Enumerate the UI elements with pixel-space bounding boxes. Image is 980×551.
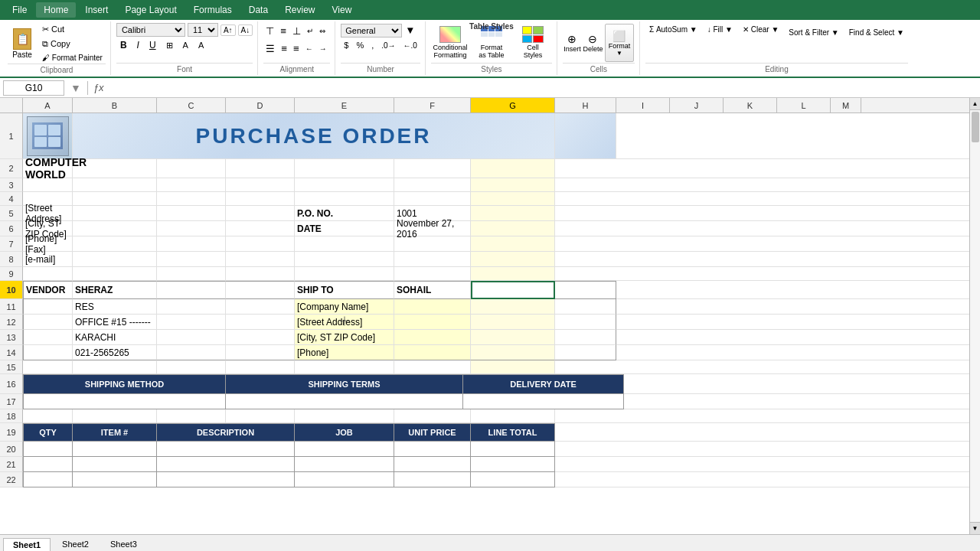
cell-g14[interactable] <box>471 345 555 360</box>
cell-d10[interactable] <box>226 281 295 299</box>
cell-b20[interactable] <box>73 442 157 457</box>
cell-e21[interactable] <box>295 457 394 472</box>
cell-e7[interactable] <box>295 236 394 252</box>
row-num-1[interactable]: 1 <box>0 113 23 159</box>
autosum-button[interactable]: Σ AutoSum ▼ <box>645 23 701 41</box>
col-header-c[interactable]: C <box>157 98 226 112</box>
cell-b10[interactable]: SHERAZ <box>73 281 157 299</box>
cell-g5[interactable] <box>471 206 555 221</box>
tab-review[interactable]: Review <box>277 2 322 18</box>
cell-h13[interactable] <box>555 330 616 345</box>
cell-d15[interactable] <box>226 360 295 374</box>
cell-c2[interactable] <box>157 159 226 178</box>
cell-a1[interactable] <box>23 113 73 159</box>
vertical-scrollbar[interactable]: ▲ ▼ <box>969 98 980 534</box>
merge-center-button[interactable]: ⇔ <box>317 24 328 37</box>
bold-button[interactable]: B <box>116 38 131 52</box>
tab-insert[interactable]: Insert <box>77 2 116 18</box>
cell-e10[interactable]: SHIP TO <box>295 281 394 299</box>
cell-line-total-header[interactable]: LINE TOTAL <box>471 423 555 442</box>
cell-c18[interactable] <box>157 409 226 423</box>
cell-e4[interactable] <box>295 192 394 206</box>
cell-h11[interactable] <box>555 299 616 315</box>
cell-a10[interactable]: VENDOR <box>23 281 73 299</box>
cell-shipping-terms-header[interactable]: SHIPPING TERMS <box>226 374 463 394</box>
row-num-20[interactable]: 20 <box>0 442 23 457</box>
cell-f9[interactable] <box>394 267 471 281</box>
cell-c10[interactable] <box>157 281 226 299</box>
cell-d3[interactable] <box>226 178 295 192</box>
cell-g6[interactable] <box>471 221 555 236</box>
paste-button[interactable]: 📋 Paste <box>8 24 37 64</box>
format-button[interactable]: ⬜ Format ▼ <box>605 24 634 62</box>
row-num-16[interactable]: 16 <box>0 374 23 394</box>
cell-h10[interactable] <box>555 281 616 299</box>
indent-increase-button[interactable]: → <box>317 42 329 55</box>
cell-f22[interactable] <box>394 472 471 487</box>
row-num-12[interactable]: 12 <box>0 315 23 330</box>
cell-e8[interactable] <box>295 252 394 267</box>
cell-e18[interactable] <box>295 409 394 423</box>
cell-g12[interactable] <box>471 315 555 330</box>
cell-b1-merged-title[interactable]: PURCHASE ORDER <box>73 113 555 159</box>
fill-button[interactable]: ↓ Fill ▼ <box>704 23 737 41</box>
cell-item-header[interactable]: ITEM # <box>73 423 157 442</box>
cell-c12[interactable] <box>157 315 226 330</box>
cell-e6[interactable]: DATE <box>295 221 394 236</box>
number-expand-button[interactable]: ▼ <box>403 23 416 37</box>
cell-e2[interactable] <box>295 159 394 178</box>
col-header-g[interactable]: G <box>471 98 555 112</box>
row-num-13[interactable]: 13 <box>0 330 23 345</box>
name-box[interactable]: G10 <box>3 80 64 96</box>
cell-g10-selected[interactable] <box>471 281 555 299</box>
col-header-b[interactable]: B <box>73 98 157 112</box>
font-color-button[interactable]: A <box>194 39 207 51</box>
decrease-font-button[interactable]: A↓ <box>238 24 253 36</box>
cell-g11[interactable] <box>471 299 555 315</box>
sheet-tab-3[interactable]: Sheet3 <box>100 537 147 551</box>
row-num-14[interactable]: 14 <box>0 345 23 360</box>
cell-f4[interactable] <box>394 192 471 206</box>
col-header-l[interactable]: L <box>777 98 831 112</box>
cell-b11[interactable]: RES <box>73 299 157 315</box>
cell-b2[interactable] <box>73 159 157 178</box>
cell-a9[interactable] <box>23 267 73 281</box>
cell-b6[interactable] <box>73 221 157 236</box>
align-top-button[interactable]: ⊤ <box>263 23 276 39</box>
font-size-select[interactable]: 11 <box>188 23 218 37</box>
cell-c6[interactable] <box>157 221 226 236</box>
cell-a8[interactable]: [e-mail] <box>23 252 73 267</box>
cell-c11[interactable] <box>157 299 226 315</box>
cell-b8[interactable] <box>73 252 157 267</box>
cell-g2[interactable] <box>471 159 555 178</box>
border-button[interactable]: ⊞ <box>162 39 177 52</box>
col-header-f[interactable]: F <box>394 98 471 112</box>
cell-a2[interactable]: COMPUTER WORLD <box>23 159 73 178</box>
cell-c13[interactable] <box>157 330 226 345</box>
cell-a14[interactable] <box>23 345 73 360</box>
cell-a7[interactable]: [Phone] [Fax] <box>23 236 73 252</box>
cell-qty-header[interactable]: QTY <box>23 423 73 442</box>
cell-g21[interactable] <box>471 457 555 472</box>
align-right-button[interactable]: ≡ <box>291 41 302 57</box>
cell-shipping-method-header[interactable]: SHIPPING METHOD <box>23 374 226 394</box>
copy-button[interactable]: ⧉ Copy <box>39 37 106 51</box>
scroll-down-button[interactable]: ▼ <box>970 522 980 534</box>
cell-delivery-date-header[interactable]: DELIVERY DATE <box>463 374 624 394</box>
tab-view[interactable]: View <box>325 2 360 18</box>
cell-e14[interactable]: [Phone] <box>295 345 394 360</box>
cell-g7[interactable] <box>471 236 555 252</box>
cell-c22[interactable] <box>157 472 295 487</box>
cell-e20[interactable] <box>295 442 394 457</box>
cell-f6[interactable]: November 27, 2016 <box>394 221 471 236</box>
cell-g17-merged[interactable] <box>463 394 624 409</box>
row-num-6[interactable]: 6 <box>0 221 23 236</box>
comma-button[interactable]: , <box>368 39 377 51</box>
cell-c9[interactable] <box>157 267 226 281</box>
cell-a22[interactable] <box>23 472 73 487</box>
cell-f15[interactable] <box>394 360 471 374</box>
cell-d9[interactable] <box>226 267 295 281</box>
tab-formulas[interactable]: Formulas <box>186 2 240 18</box>
cell-d6[interactable] <box>226 221 295 236</box>
col-header-a[interactable]: A <box>23 98 73 112</box>
